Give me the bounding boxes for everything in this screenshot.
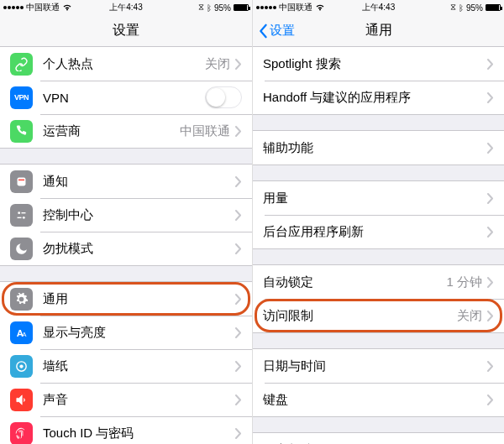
page-title: 设置 [113,22,139,39]
chevron-right-icon [487,361,494,372]
battery-icon [486,4,501,11]
ic-notif-icon [10,170,33,193]
row-显示与亮度[interactable]: AA显示与亮度 [0,316,252,349]
row-控制中心[interactable]: 控制中心 [0,198,252,232]
settings-screen: 中国联通 上午4:43 ⧖ 95% 设置 个人热点关闭VPNVPN运营商中国联通… [0,0,252,444]
ic-sound-icon [10,389,33,411]
chevron-right-icon [235,243,242,254]
battery-pct-label: 95% [214,3,231,13]
row-自动锁定[interactable]: 自动锁定1 分钟 [253,265,504,299]
ic-display-icon: AA [10,321,33,344]
row-label: VPN [43,91,205,105]
battery-pct-label: 95% [466,3,483,13]
bluetooth-icon [459,3,464,13]
clock-label: 上午4:43 [109,2,142,13]
settings-list[interactable]: 个人热点关闭VPNVPN运营商中国联通通知控制中心勿扰模式通用AA显示与亮度墙纸… [0,47,252,444]
status-bar: 中国联通 上午4:43 ⧖ 95% [0,0,252,15]
nav-bar: 设置 通用 [253,15,504,47]
signal-dots-icon [3,6,24,9]
row-label: 显示与亮度 [43,325,235,341]
row-label: 控制中心 [43,207,235,223]
row-value: 中国联通 [180,123,230,139]
page-title: 通用 [365,22,392,39]
row-label: Touch ID 与密码 [43,426,235,441]
ic-touchid-icon [10,422,33,445]
clock-label: 上午4:43 [362,2,395,13]
row-label: Handoff 与建议的应用程序 [263,90,487,106]
ic-dnd-icon [10,238,33,260]
row-label: 勿扰模式 [43,241,235,257]
row-label: 用量 [263,191,487,206]
alarm-icon: ⧖ [198,3,204,13]
row-label: 个人热点 [43,56,205,72]
chevron-right-icon [487,311,494,321]
general-screen: 中国联通 上午4:43 ⧖ 95% 设置 通用 Spotlight 搜索Hand… [252,0,504,444]
chevron-right-icon [235,126,242,137]
chevron-right-icon [487,92,494,103]
row-label: 墙纸 [43,358,235,374]
row-Handoff 与建议的应用程序[interactable]: Handoff 与建议的应用程序 [253,81,504,114]
chevron-right-icon [235,210,242,221]
status-bar: 中国联通 上午4:43 ⧖ 95% [253,0,504,15]
row-Spotlight 搜索[interactable]: Spotlight 搜索 [253,47,504,81]
svg-text:A: A [22,330,27,337]
svg-rect-5 [18,217,22,217]
row-VPN[interactable]: VPNVPN [0,81,252,114]
row-墙纸[interactable]: 墙纸 [0,349,252,383]
svg-point-9 [19,364,23,368]
wifi-icon [62,3,72,13]
battery-icon [234,4,249,11]
ic-vpn-icon: VPN [10,86,33,109]
row-日期与时间[interactable]: 日期与时间 [253,349,504,383]
row-value: 1 分钟 [446,274,482,290]
row-label: 自动锁定 [263,274,446,290]
row-label: 辅助功能 [263,140,487,156]
chevron-right-icon [235,361,242,372]
chevron-right-icon [487,59,494,70]
ic-phone-icon [10,120,33,143]
signal-dots-icon [256,6,276,9]
svg-point-4 [23,216,25,218]
general-list[interactable]: Spotlight 搜索Handoff 与建议的应用程序辅助功能用量后台应用程序… [253,47,504,444]
carrier-label: 中国联通 [279,2,312,13]
chevron-right-icon [235,176,242,187]
row-用量[interactable]: 用量 [253,181,504,215]
back-button[interactable]: 设置 [258,15,295,46]
chevron-right-icon [487,227,494,238]
row-声音[interactable]: 声音 [0,383,252,416]
row-键盘[interactable]: 键盘 [253,383,504,416]
row-label: 日期与时间 [263,358,487,374]
chevron-right-icon [487,143,494,154]
nav-bar: 设置 [0,15,252,47]
row-通知[interactable]: 通知 [0,165,252,198]
row-语言与地区[interactable]: 语言与地区 [253,433,504,444]
svg-rect-3 [22,212,26,212]
svg-rect-0 [18,177,26,185]
wifi-icon [315,3,325,13]
chevron-right-icon [235,59,242,70]
row-label: 声音 [43,392,235,408]
row-label: 访问限制 [263,308,457,324]
svg-point-2 [18,212,20,214]
chevron-right-icon [235,327,242,338]
bluetooth-icon [207,3,212,13]
row-运营商[interactable]: 运营商中国联通 [0,114,252,148]
ic-wall-icon [10,355,33,378]
row-辅助功能[interactable]: 辅助功能 [253,131,504,165]
chevron-right-icon [235,394,242,405]
ic-chain-icon [10,53,33,76]
row-通用[interactable]: 通用 [0,282,252,316]
alarm-icon: ⧖ [450,3,456,13]
row-label: 键盘 [263,392,487,408]
toggle-switch[interactable] [205,86,242,108]
row-勿扰模式[interactable]: 勿扰模式 [0,232,252,265]
row-后台应用程序刷新[interactable]: 后台应用程序刷新 [253,215,504,248]
chevron-right-icon [487,193,494,204]
carrier-label: 中国联通 [26,2,60,13]
row-label: 通知 [43,174,235,190]
row-访问限制[interactable]: 访问限制关闭 [253,299,504,332]
row-label: 运营商 [43,123,180,139]
chevron-right-icon [487,394,494,405]
row-Touch ID 与密码[interactable]: Touch ID 与密码 [0,416,252,444]
row-个人热点[interactable]: 个人热点关闭 [0,47,252,81]
